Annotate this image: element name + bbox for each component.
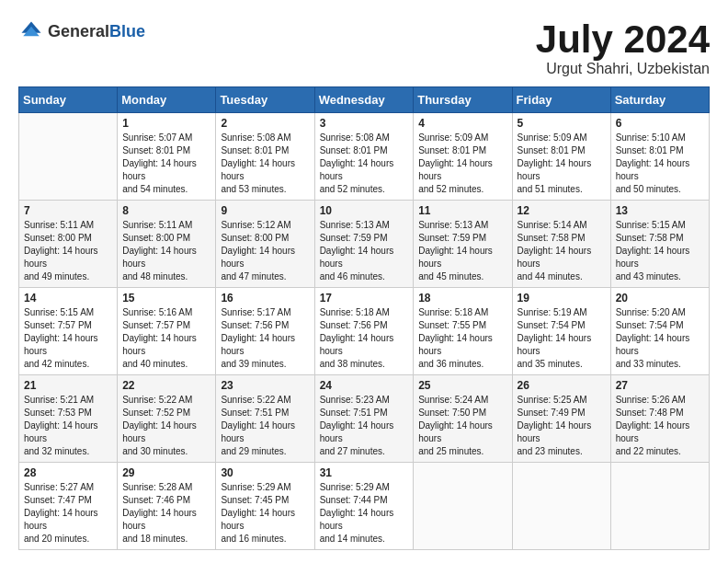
calendar-cell: 16Sunrise: 5:17 AMSunset: 7:56 PMDayligh… [216, 288, 314, 375]
calendar-cell: 25Sunrise: 5:24 AMSunset: 7:50 PMDayligh… [414, 375, 512, 463]
day-header-sunday: Sunday [19, 87, 118, 113]
day-info: Sunrise: 5:23 AMSunset: 7:51 PMDaylight:… [320, 394, 409, 458]
day-number: 21 [24, 379, 112, 392]
day-number: 8 [122, 204, 210, 217]
day-number: 31 [320, 466, 409, 479]
day-info: Sunrise: 5:16 AMSunset: 7:57 PMDaylight:… [122, 306, 210, 371]
day-info: Sunrise: 5:13 AMSunset: 7:59 PMDaylight:… [418, 219, 506, 283]
day-info: Sunrise: 5:25 AMSunset: 7:49 PMDaylight:… [518, 394, 606, 458]
calendar-week-row: 1Sunrise: 5:07 AMSunset: 8:01 PMDaylight… [19, 113, 710, 201]
calendar-cell: 13Sunrise: 5:15 AMSunset: 7:58 PMDayligh… [610, 201, 709, 288]
day-info: Sunrise: 5:29 AMSunset: 7:45 PMDaylight:… [221, 481, 309, 546]
calendar-cell: 5Sunrise: 5:09 AMSunset: 8:01 PMDaylight… [512, 113, 610, 201]
day-info: Sunrise: 5:27 AMSunset: 7:47 PMDaylight:… [24, 481, 112, 546]
day-info: Sunrise: 5:07 AMSunset: 8:01 PMDaylight:… [122, 132, 210, 196]
day-number: 24 [320, 379, 409, 392]
day-number: 12 [518, 204, 606, 217]
calendar-table: SundayMondayTuesdayWednesdayThursdayFrid… [18, 86, 710, 550]
day-info: Sunrise: 5:17 AMSunset: 7:56 PMDaylight:… [221, 306, 309, 371]
calendar-cell: 1Sunrise: 5:07 AMSunset: 8:01 PMDaylight… [118, 113, 216, 201]
day-header-thursday: Thursday [414, 87, 512, 113]
day-info: Sunrise: 5:21 AMSunset: 7:53 PMDaylight:… [24, 394, 112, 458]
calendar-cell: 12Sunrise: 5:14 AMSunset: 7:58 PMDayligh… [512, 201, 610, 288]
day-info: Sunrise: 5:22 AMSunset: 7:52 PMDaylight:… [122, 394, 210, 458]
calendar-cell: 10Sunrise: 5:13 AMSunset: 7:59 PMDayligh… [314, 201, 414, 288]
day-header-wednesday: Wednesday [314, 87, 414, 113]
day-info: Sunrise: 5:08 AMSunset: 8:01 PMDaylight:… [320, 132, 409, 196]
day-number: 16 [221, 292, 309, 304]
day-number: 6 [616, 117, 704, 130]
calendar-week-row: 21Sunrise: 5:21 AMSunset: 7:53 PMDayligh… [19, 375, 710, 463]
logo-general: General [48, 22, 109, 40]
logo-blue: Blue [109, 22, 145, 40]
day-header-friday: Friday [512, 87, 610, 113]
day-number: 28 [24, 466, 112, 479]
day-number: 2 [221, 117, 309, 130]
day-number: 9 [221, 204, 309, 217]
day-header-saturday: Saturday [610, 87, 709, 113]
day-number: 22 [122, 379, 210, 392]
day-header-monday: Monday [118, 87, 216, 113]
day-info: Sunrise: 5:08 AMSunset: 8:01 PMDaylight:… [221, 132, 309, 196]
day-number: 11 [418, 204, 506, 217]
calendar-cell: 11Sunrise: 5:13 AMSunset: 7:59 PMDayligh… [414, 201, 512, 288]
calendar-cell: 14Sunrise: 5:15 AMSunset: 7:57 PMDayligh… [19, 288, 118, 375]
day-info: Sunrise: 5:18 AMSunset: 7:55 PMDaylight:… [418, 306, 506, 371]
day-number: 5 [518, 117, 606, 130]
day-info: Sunrise: 5:19 AMSunset: 7:54 PMDaylight:… [518, 306, 606, 371]
calendar-cell: 20Sunrise: 5:20 AMSunset: 7:54 PMDayligh… [610, 288, 709, 375]
day-header-tuesday: Tuesday [216, 87, 314, 113]
day-info: Sunrise: 5:18 AMSunset: 7:56 PMDaylight:… [320, 306, 409, 371]
calendar-week-row: 7Sunrise: 5:11 AMSunset: 8:00 PMDaylight… [19, 201, 710, 288]
calendar-cell: 4Sunrise: 5:09 AMSunset: 8:01 PMDaylight… [414, 113, 512, 201]
calendar-cell [610, 463, 709, 550]
calendar-cell: 17Sunrise: 5:18 AMSunset: 7:56 PMDayligh… [314, 288, 414, 375]
day-info: Sunrise: 5:29 AMSunset: 7:44 PMDaylight:… [320, 481, 409, 546]
day-info: Sunrise: 5:10 AMSunset: 8:01 PMDaylight:… [616, 132, 704, 196]
logo: GeneralBlue [18, 18, 145, 44]
day-number: 13 [616, 204, 704, 217]
day-info: Sunrise: 5:22 AMSunset: 7:51 PMDaylight:… [221, 394, 309, 458]
day-number: 4 [418, 117, 506, 130]
calendar-cell: 18Sunrise: 5:18 AMSunset: 7:55 PMDayligh… [414, 288, 512, 375]
calendar-week-row: 14Sunrise: 5:15 AMSunset: 7:57 PMDayligh… [19, 288, 710, 375]
day-info: Sunrise: 5:20 AMSunset: 7:54 PMDaylight:… [616, 306, 704, 371]
day-number: 26 [518, 379, 606, 392]
day-number: 23 [221, 379, 309, 392]
logo-icon [18, 18, 44, 44]
day-info: Sunrise: 5:09 AMSunset: 8:01 PMDaylight:… [418, 132, 506, 196]
calendar-cell: 22Sunrise: 5:22 AMSunset: 7:52 PMDayligh… [118, 375, 216, 463]
day-number: 3 [320, 117, 409, 130]
day-number: 29 [122, 466, 210, 479]
calendar-cell: 30Sunrise: 5:29 AMSunset: 7:45 PMDayligh… [216, 463, 314, 550]
day-number: 14 [24, 292, 112, 304]
calendar-cell [19, 113, 118, 201]
calendar-cell: 8Sunrise: 5:11 AMSunset: 8:00 PMDaylight… [118, 201, 216, 288]
day-number: 20 [616, 292, 704, 304]
calendar-cell: 15Sunrise: 5:16 AMSunset: 7:57 PMDayligh… [118, 288, 216, 375]
day-number: 15 [122, 292, 210, 304]
day-info: Sunrise: 5:12 AMSunset: 8:00 PMDaylight:… [221, 219, 309, 283]
calendar-cell: 19Sunrise: 5:19 AMSunset: 7:54 PMDayligh… [512, 288, 610, 375]
title-block: July 2024 Urgut Shahri, Uzbekistan [536, 18, 710, 77]
day-number: 7 [24, 204, 112, 217]
day-number: 30 [221, 466, 309, 479]
calendar-cell: 29Sunrise: 5:28 AMSunset: 7:46 PMDayligh… [118, 463, 216, 550]
calendar-cell: 31Sunrise: 5:29 AMSunset: 7:44 PMDayligh… [314, 463, 414, 550]
calendar-cell: 9Sunrise: 5:12 AMSunset: 8:00 PMDaylight… [216, 201, 314, 288]
calendar-cell: 7Sunrise: 5:11 AMSunset: 8:00 PMDaylight… [19, 201, 118, 288]
calendar-week-row: 28Sunrise: 5:27 AMSunset: 7:47 PMDayligh… [19, 463, 710, 550]
day-info: Sunrise: 5:24 AMSunset: 7:50 PMDaylight:… [418, 394, 506, 458]
day-number: 25 [418, 379, 506, 392]
day-number: 17 [320, 292, 409, 304]
calendar-cell: 3Sunrise: 5:08 AMSunset: 8:01 PMDaylight… [314, 113, 414, 201]
calendar-cell: 24Sunrise: 5:23 AMSunset: 7:51 PMDayligh… [314, 375, 414, 463]
day-info: Sunrise: 5:09 AMSunset: 8:01 PMDaylight:… [518, 132, 606, 196]
day-number: 1 [122, 117, 210, 130]
calendar-cell: 26Sunrise: 5:25 AMSunset: 7:49 PMDayligh… [512, 375, 610, 463]
month-title: July 2024 [536, 18, 710, 61]
day-number: 10 [320, 204, 409, 217]
day-info: Sunrise: 5:13 AMSunset: 7:59 PMDaylight:… [320, 219, 409, 283]
day-number: 27 [616, 379, 704, 392]
day-info: Sunrise: 5:11 AMSunset: 8:00 PMDaylight:… [24, 219, 112, 283]
